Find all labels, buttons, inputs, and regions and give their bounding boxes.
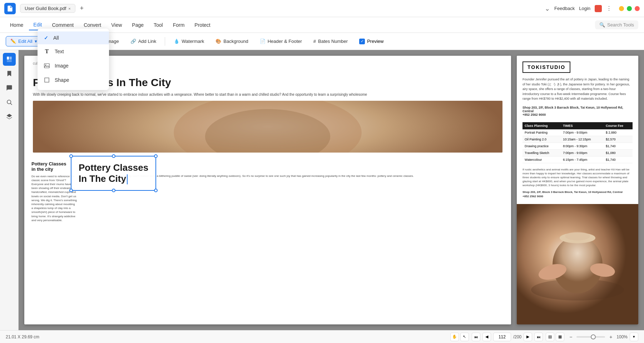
small-section-title: Pottery Classesin the city [31,161,77,172]
edit-line-1: Pottery Classes [79,162,148,173]
close-button[interactable] [635,6,640,11]
check-icon: ✓ [43,35,49,41]
link-icon: 🔗 [130,39,136,44]
window-controls [619,6,640,11]
zoom-dropdown-button[interactable]: ▾ [630,333,638,341]
double-page-button[interactable]: ▦ [556,333,564,341]
sidebar-item-pages[interactable] [3,53,16,66]
studio-description: Founder Jennifer pursued the art of pott… [522,77,633,101]
class-fee: $ 2,880 [604,129,633,136]
status-bar-right: ✋ ↖ ⏮ ◀ 112 /200 ▶ ⏭ ▤ ▦ − + 100% ▾ [450,333,638,341]
menu-search[interactable]: 🔍 Search Tools [595,20,638,29]
dropdown-item-shape[interactable]: Shape [38,73,109,87]
svg-line-4 [10,103,12,105]
more-options-icon[interactable]: ⋮ [606,5,612,12]
next-page-button[interactable]: ▶ [524,333,532,341]
document-area: cul... Pottery Classes In The City With … [19,50,644,330]
menu-protect[interactable]: Protect [190,20,214,30]
header-footer-button[interactable]: 📄 Header & Footer [256,36,306,46]
add-link-button[interactable]: 🔗 Add Link [126,36,161,46]
class-table-body: Portrait Painting 7:00pm - 9:00pm $ 2,88… [522,129,633,163]
class-name: Drawing practice [522,143,561,149]
zoom-in-button[interactable]: + [607,333,614,340]
first-page-button[interactable]: ⏮ [472,333,480,341]
title-bar: User Guild Book.pdf × + ⌄ Feedback Login… [0,0,644,17]
menu-tool[interactable]: Tool [149,20,167,30]
chevron-down-icon[interactable]: ⌄ [545,5,550,13]
svg-point-17 [45,65,46,66]
svg-marker-5 [6,114,12,118]
sidebar-item-search[interactable] [3,96,16,109]
cursor-tool-button[interactable]: ↖ [460,333,469,341]
small-section-text: Do we even need to reference the classic… [31,174,77,222]
text-edit-overlay[interactable]: Pottery Classes In The City [71,156,156,191]
title-bar-right: ⌄ Feedback Login ⋮ [545,5,640,13]
dropdown-item-image[interactable]: Image [38,59,109,73]
app-logo [4,3,16,14]
dropdown-label-shape: Shape [55,77,69,83]
dropdown-label-all: All [53,35,59,41]
sidebar-item-layers[interactable] [3,110,16,123]
class-name: Oil Painting 2.0 [522,136,561,143]
dropdown-label-text: Text [55,49,64,54]
search-icon: 🔍 [599,22,605,28]
edit-icon: ✏️ [10,39,16,44]
menu-form[interactable]: Form [169,20,189,30]
hand-tool-button[interactable]: ✋ [450,333,459,341]
file-tab-close[interactable]: × [68,6,70,11]
feedback-button[interactable]: Feedback [554,6,575,11]
dropdown-menu: ✓ All T Text Image Shape [38,29,109,90]
class-fee: $2,570 [604,136,633,143]
bottom-description: If rustic aesthetics and animal motifs a… [522,168,633,188]
watermark-button[interactable]: 💧 Watermark [169,36,208,46]
login-button[interactable]: Login [579,6,590,11]
zoom-out-button[interactable]: − [567,333,574,340]
minimize-button[interactable] [619,6,624,11]
pottery-photo [517,204,638,324]
status-bar: 21.01 X 29.69 cm ✋ ↖ ⏮ ◀ 112 /200 ▶ ⏭ ▤ … [0,330,644,343]
bates-number-button[interactable]: # Bates Number [309,36,352,46]
handle-top[interactable] [112,154,115,158]
preview-button[interactable]: ✓ Preview [355,36,388,46]
main-layout: cul... Pottery Classes In The City With … [0,50,644,330]
background-button[interactable]: 🎨 Background [211,36,252,46]
svg-rect-1 [9,57,11,60]
menu-home[interactable]: Home [6,20,28,30]
prev-page-button[interactable]: ◀ [482,333,491,341]
last-page-button[interactable]: ⏭ [534,333,543,341]
sidebar-item-bookmarks[interactable] [3,67,16,80]
pottery-image [33,101,502,153]
single-page-button[interactable]: ▤ [546,333,554,341]
handle-top-left[interactable] [69,154,73,158]
file-tab[interactable]: User Guild Book.pdf × [20,4,75,13]
zoom-slider[interactable] [576,336,605,338]
dropdown-item-text[interactable]: T Text [38,44,109,59]
toolbar-divider-2 [165,37,165,46]
page-number-input[interactable]: 112 [493,333,511,341]
view-controls: ✋ ↖ [450,333,469,341]
table-row: Watercolour 6:15pm - 7:45pm $1,740 [522,156,633,163]
maximize-button[interactable] [627,6,632,11]
text-type-icon: T [43,48,50,55]
handle-bottom[interactable] [112,189,115,192]
main-subtitle: With life slowly creeping back to normal… [33,92,502,97]
class-time: 6:15pm - 7:45pm [561,156,604,163]
edit-text-content[interactable]: Pottery Classes In The City [79,162,148,184]
svg-point-15 [565,232,590,240]
menu-view[interactable]: View [107,20,126,30]
shape-type-icon [43,76,50,84]
svg-rect-18 [45,78,49,82]
menu-page[interactable]: Page [128,20,148,30]
sidebar-item-comments[interactable] [3,81,16,94]
tab-group: User Guild Book.pdf × + [20,4,87,14]
tab-add-button[interactable]: + [77,4,87,14]
class-time: 8:00pm - 9:30pm [561,143,604,149]
svg-rect-2 [7,60,12,62]
dropdown-item-all[interactable]: ✓ All [38,31,109,44]
background-icon: 🎨 [216,39,221,44]
dropdown-label-image: Image [55,63,69,69]
page-layout-controls: ▤ ▦ [546,333,564,341]
zoom-thumb[interactable] [591,334,596,339]
edit-all-button[interactable]: ✏️ Edit All ▾ [6,36,42,46]
class-name: Travelling Sketch [522,149,561,156]
